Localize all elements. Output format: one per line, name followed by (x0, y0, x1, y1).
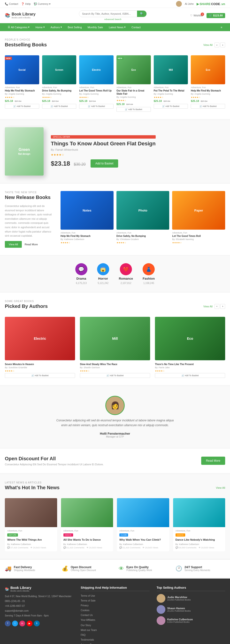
nav-all-categories[interactable]: ☰ All Categories ▾ (5, 23, 32, 31)
cart-box[interactable]: 🛒 $123.80 (206, 13, 225, 18)
facebook-icon[interactable]: f (5, 620, 11, 626)
nav-home[interactable]: Home ▾ (32, 23, 47, 31)
promo-content: SPECIAL OFFER Things To Know About Green… (51, 135, 156, 168)
linkedin-icon[interactable]: li (34, 620, 40, 626)
youtube-icon[interactable]: ▶ (27, 620, 32, 626)
nav-authors[interactable]: Authors ▾ (48, 23, 65, 31)
promo-stars: ★★★★☆ (51, 153, 156, 156)
add-basket-button[interactable]: 🛒 Add To Basket (5, 104, 39, 109)
prev-arrow[interactable]: ‹ (214, 304, 219, 309)
bestselling-view-all[interactable]: View All (203, 44, 212, 46)
feat-title: Open Discount (71, 566, 96, 569)
chevron-down-icon: ▾ (124, 26, 126, 29)
book-author: By: Angela Gunning (154, 93, 188, 95)
discount-section: Open Discount For All Consectetur Adipis… (0, 449, 230, 473)
footer-contact: Suit # 07, New World Building, Street # … (5, 594, 73, 618)
add-basket-button[interactable]: 🛒 Add To Basket (155, 373, 225, 378)
book-title: Let The Good Times Roll Up (79, 89, 113, 92)
book-author: By: Angela Gunning (191, 93, 225, 95)
add-basket-button[interactable]: 🛒 Add To Basket (80, 373, 150, 378)
currency-link[interactable]: 💱 Currency ▾ (34, 2, 51, 6)
wishlist-icon-area[interactable]: ♡ Wishlist 3 (190, 14, 203, 17)
category-fashion[interactable]: 👗 Fashion 1,158,245 (143, 263, 155, 284)
news-category: Adventure, Fun (7, 530, 55, 532)
testimonial-section: 👩 Consectetur adipiscing elit sed do eiu… (0, 386, 230, 448)
news-badge: DANCE (63, 534, 73, 536)
add-basket-button[interactable]: 🛒 Add To Basket (5, 373, 75, 378)
discount-sub: Consectetur Adipiscing Elit Sed Do Eiusm… (5, 463, 104, 466)
advanced-search[interactable]: Advanced Search (79, 18, 147, 20)
add-basket-button[interactable]: 🛒 Add To Basket (191, 104, 225, 109)
nav-latest-news[interactable]: Latest News ▾ (106, 23, 129, 31)
logo[interactable]: 📚 Book Library Books and e-Books (5, 12, 36, 19)
footer-link[interactable]: Privacy (81, 604, 89, 607)
news-category: Adventure, Fun (119, 530, 167, 532)
add-basket-button[interactable]: 🛒 Add To Basket (154, 104, 188, 109)
footer-link[interactable]: Terms of Use (81, 594, 95, 597)
next-arrow[interactable]: › (220, 304, 225, 309)
contact-link[interactable]: 📞 Contact (5, 2, 18, 6)
category-horror[interactable]: 😱 Horror 5,121,242 (97, 263, 109, 284)
picked-grid: Electric Seven Minutes In Heaven By: Sun… (5, 317, 225, 378)
new-release-view-all[interactable]: View All (5, 241, 22, 248)
news-card: Adventure, Fun DANCE All She Wants To Do… (61, 498, 113, 551)
search-bar[interactable]: 🔍 (79, 10, 147, 17)
wishlist-badge: 3 (201, 12, 204, 16)
footer-link[interactable]: FAQ (81, 634, 85, 636)
category-drama[interactable]: 💬 Drama 6,175,213 (75, 263, 87, 284)
logo-icon: 📚 (5, 13, 10, 18)
footer-link[interactable]: Meet our Team (81, 629, 97, 632)
prev-arrow[interactable]: ‹ (214, 42, 219, 47)
book-price: $25.18 $37.54 (5, 100, 39, 102)
book-title: Slow And Steady Wins The Race (80, 363, 150, 366)
new-release-read-more[interactable]: Read More (25, 243, 38, 246)
book-category: Adventure, Fun (117, 86, 151, 88)
footer-link[interactable]: Terms of Sale (81, 599, 95, 602)
promo-book-image: Green flat design (5, 127, 44, 176)
footer-link[interactable]: Our Story (81, 624, 91, 626)
nav-contact[interactable]: Contact (129, 24, 144, 31)
footer-link[interactable]: Contact Us (81, 614, 92, 616)
news-view-all[interactable]: View All (216, 486, 225, 489)
picked-header: Some Great Books Picked By Authors View … (5, 300, 225, 313)
nav-bestselling[interactable]: Best Selling (65, 24, 85, 31)
bestselling-header: People's Choice Bestselling Books View A… (5, 38, 225, 52)
nav-monthly-sale[interactable]: Monthly Sale (85, 24, 106, 31)
new-release-desc: Consectetur adipiscing elit sed do eiusm… (5, 204, 53, 238)
book-cover: Electric (79, 55, 113, 84)
feat-title: 24/7 Support (184, 566, 210, 569)
user-name[interactable]: Al John (185, 2, 194, 5)
book-tag: NEW (117, 57, 124, 60)
promo-add-basket-button[interactable]: Add to Basket (90, 159, 119, 168)
promo-price: $23.18 $30.20 (51, 160, 86, 167)
book-title: There's No Time Like The Present (155, 363, 225, 366)
twitter-icon[interactable]: t (12, 620, 18, 626)
bestselling-section: People's Choice Bestselling Books View A… (0, 31, 230, 119)
search-input[interactable] (79, 11, 137, 17)
next-arrow[interactable]: › (220, 42, 225, 47)
discount-read-more-button[interactable]: Read More (201, 456, 225, 465)
book-price: $25.18 $37.54 (79, 100, 113, 102)
new-release-section: Taste The New Spice New Release Books Co… (0, 184, 230, 255)
add-basket-button[interactable]: 🛒 Add To Basket (79, 104, 113, 109)
promo-author: By: Farrah Whitenhunk (51, 148, 156, 151)
footer-link[interactable]: Testimonials (81, 638, 94, 641)
book-category: Adventure, Fun (42, 86, 76, 88)
add-basket-button[interactable]: 🛒 Add To Basket (117, 107, 151, 112)
nav-more[interactable]: ≡ (218, 24, 225, 31)
footer-link[interactable]: Cookies (81, 609, 89, 612)
category-romance[interactable]: ❤️ Romance 2,107,012 (119, 263, 133, 284)
book-author: By: Kathrene Culbertson (61, 238, 113, 240)
add-basket-button[interactable]: 🛒 Add To Basket (42, 104, 76, 109)
cat-count: 5,121,242 (97, 282, 108, 284)
footer-author-item: Judie Marshfew 23,056 Published Books (157, 594, 225, 603)
book-category: Adventure, Fun (79, 86, 113, 88)
search-button[interactable]: 🔍 (137, 10, 147, 17)
news-content: Adventure, Fun DANCE Dance Like Nobody's… (173, 527, 225, 551)
instagram-icon[interactable]: in (19, 620, 25, 626)
picked-view-all[interactable]: View All (203, 305, 212, 308)
discount-left: Open Discount For All Consectetur Adipis… (5, 456, 104, 466)
book-card: Electric Adventure, Fun Let The Good Tim… (79, 55, 113, 112)
footer-link[interactable]: Your Affiliates (81, 619, 95, 621)
help-link[interactable]: ❓ Help (21, 2, 31, 6)
